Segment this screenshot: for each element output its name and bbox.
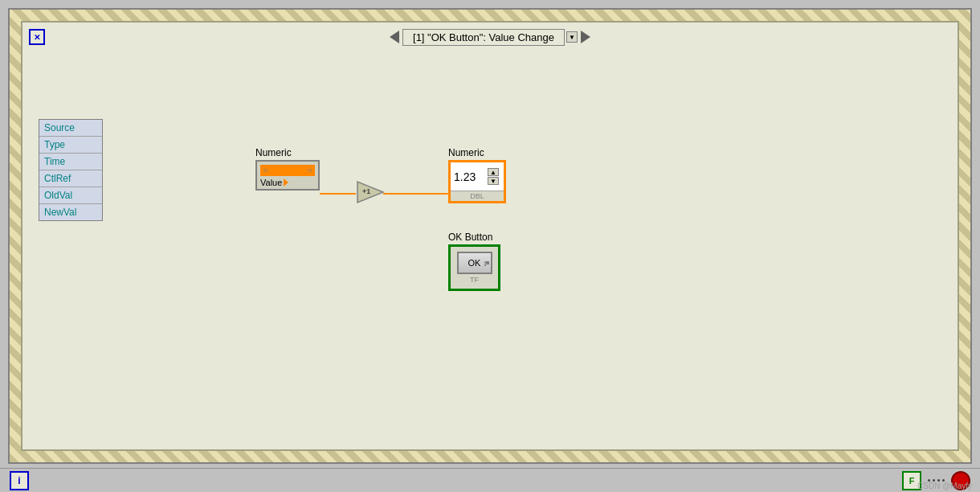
numeric-bar: ?! ?!	[260, 165, 315, 176]
ok-btn-text: OK	[468, 258, 481, 268]
title-box: [1] "OK Button": Value Change	[402, 29, 565, 46]
terminal-source[interactable]: Source	[39, 120, 102, 137]
ok-button-block: OK Button OK ↕ TF	[448, 232, 500, 291]
diagram-area: [1] "OK Button": Value Change ▼ ✕ Source…	[21, 21, 959, 451]
title-bar: [1] "OK Button": Value Change ▼	[22, 23, 958, 51]
numeric-output-block: Numeric 1.23 ▲ ▼ DBL	[448, 147, 506, 203]
display-value-text: 1.23	[454, 170, 476, 183]
ok-button-label: OK Button	[448, 232, 500, 243]
numeric-display-control[interactable]: 1.23 ▲ ▼ DBL	[448, 160, 506, 203]
labview-frame: [1] "OK Button": Value Change ▼ ✕ Source…	[8, 8, 972, 464]
watermark: CSDN @Mayfy	[917, 482, 972, 490]
title-text: [1] "OK Button": Value Change	[413, 31, 554, 43]
numeric-source-control[interactable]: ?! ?! Value	[255, 160, 320, 191]
status-bar: i F	[0, 468, 980, 492]
info-button[interactable]: i	[10, 471, 29, 490]
close-icon-symbol: ✕	[34, 33, 40, 42]
numeric-source-label: Numeric	[255, 147, 320, 158]
numeric-output-label: Numeric	[448, 147, 506, 158]
tf-type-label: TF	[470, 276, 479, 284]
numeric-source-block: Numeric ?! ?! Value	[255, 147, 320, 191]
wire-1	[320, 193, 356, 195]
title-dropdown-icon[interactable]: ▼	[566, 31, 578, 43]
terminal-oldval[interactable]: OldVal	[39, 187, 102, 204]
title-arrow-left-icon	[390, 31, 399, 43]
terminal-time[interactable]: Time	[39, 154, 102, 170]
ok-btn[interactable]: OK ↕	[457, 252, 492, 274]
terminal-ctlref[interactable]: CtlRef	[39, 170, 102, 187]
dbl-type-label: DBL	[451, 191, 504, 201]
increment-node[interactable]: +1	[356, 180, 385, 207]
bar-right-text: ?!	[307, 167, 312, 174]
spin-down-button[interactable]: ▼	[488, 177, 499, 185]
close-button[interactable]: ✕	[29, 29, 45, 45]
cursor-indicator: ↕	[484, 259, 488, 268]
title-arrow-right-icon	[581, 31, 590, 43]
info-icon: i	[18, 475, 20, 486]
event-terminals-panel: Source Type Time CtlRef OldVal NewVal	[39, 119, 103, 221]
value-text: Value	[260, 178, 282, 187]
terminal-type[interactable]: Type	[39, 137, 102, 154]
wire-2	[383, 193, 455, 195]
triangle-shape: +1	[356, 180, 385, 207]
value-area: Value	[260, 178, 288, 187]
ok-button-display[interactable]: OK ↕ TF	[448, 244, 500, 291]
display-value-area: 1.23 ▲ ▼	[451, 162, 504, 191]
bar-left-text: ?!	[263, 167, 268, 174]
output-terminal	[284, 178, 288, 187]
increment-label: +1	[362, 187, 370, 195]
terminal-newval[interactable]: NewVal	[39, 204, 102, 220]
spin-up-button[interactable]: ▲	[488, 168, 499, 176]
f-icon: F	[909, 476, 915, 486]
spinbox[interactable]: ▲ ▼	[488, 168, 500, 185]
